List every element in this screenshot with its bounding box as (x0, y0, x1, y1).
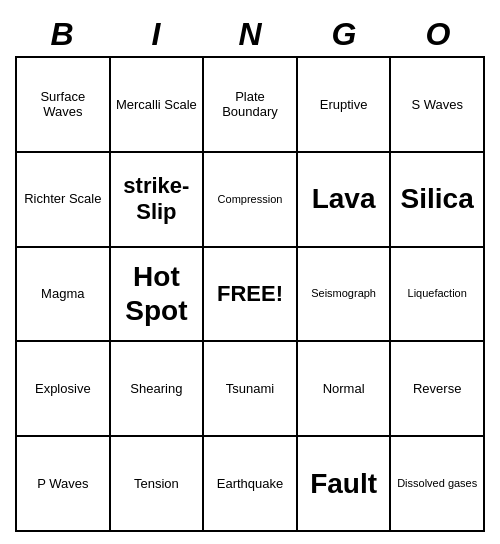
bingo-cell-7: Compression (204, 153, 298, 248)
bingo-cell-15: Explosive (17, 342, 111, 437)
bingo-cell-8: Lava (298, 153, 392, 248)
bingo-cell-16: Shearing (111, 342, 205, 437)
header-letter-G: G (297, 12, 391, 56)
bingo-cell-23: Fault (298, 437, 392, 532)
bingo-grid: Surface WavesMercalli ScalePlate Boundar… (15, 56, 485, 532)
header-letter-I: I (109, 12, 203, 56)
bingo-cell-4: S Waves (391, 58, 485, 153)
bingo-cell-22: Earthquake (204, 437, 298, 532)
header-letter-B: B (15, 12, 109, 56)
bingo-cell-20: P Waves (17, 437, 111, 532)
bingo-cell-11: Hot Spot (111, 248, 205, 343)
bingo-cell-10: Magma (17, 248, 111, 343)
bingo-cell-14: Liquefaction (391, 248, 485, 343)
bingo-card: BINGO Surface WavesMercalli ScalePlate B… (15, 12, 485, 532)
bingo-cell-3: Eruptive (298, 58, 392, 153)
header-letter-N: N (203, 12, 297, 56)
bingo-cell-9: Silica (391, 153, 485, 248)
bingo-cell-0: Surface Waves (17, 58, 111, 153)
bingo-cell-12: FREE! (204, 248, 298, 343)
bingo-cell-1: Mercalli Scale (111, 58, 205, 153)
bingo-cell-5: Richter Scale (17, 153, 111, 248)
bingo-cell-18: Normal (298, 342, 392, 437)
bingo-cell-21: Tension (111, 437, 205, 532)
bingo-cell-2: Plate Boundary (204, 58, 298, 153)
header-letter-O: O (391, 12, 485, 56)
bingo-cell-24: Dissolved gases (391, 437, 485, 532)
bingo-cell-17: Tsunami (204, 342, 298, 437)
bingo-cell-19: Reverse (391, 342, 485, 437)
bingo-header: BINGO (15, 12, 485, 56)
bingo-cell-13: Seismograph (298, 248, 392, 343)
bingo-cell-6: strike-Slip (111, 153, 205, 248)
